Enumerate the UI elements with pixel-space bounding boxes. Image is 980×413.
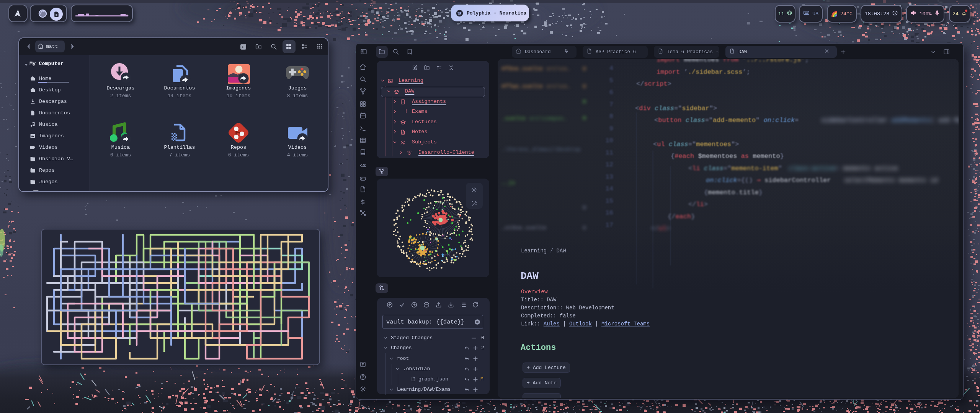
svg-text:$_: $_	[242, 46, 245, 49]
